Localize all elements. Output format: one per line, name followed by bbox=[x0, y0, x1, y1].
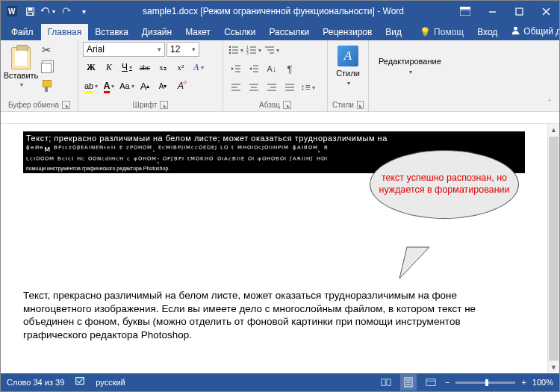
sort-button[interactable]: A↓ bbox=[264, 60, 280, 77]
window-controls bbox=[452, 1, 559, 22]
tab-mailings[interactable]: Рассылки bbox=[262, 24, 316, 40]
cut-button[interactable]: ✂ bbox=[38, 42, 55, 58]
svg-rect-6 bbox=[460, 10, 470, 16]
clipboard-dialog-launcher[interactable] bbox=[62, 101, 70, 109]
zoom-out-button[interactable]: − bbox=[445, 378, 449, 387]
styles-button[interactable]: A Стили ▾ bbox=[332, 42, 364, 90]
styles-group-label: Стили bbox=[332, 101, 354, 109]
read-mode-button[interactable] bbox=[378, 374, 394, 391]
align-center-button[interactable] bbox=[246, 79, 262, 96]
tab-design[interactable]: Дизайн bbox=[135, 24, 178, 40]
shrink-font-button[interactable]: A▾ bbox=[155, 78, 171, 94]
tab-insert[interactable]: Вставка bbox=[88, 24, 135, 40]
svg-point-11 bbox=[514, 27, 517, 31]
save-button[interactable] bbox=[22, 3, 38, 19]
paragraph-group-label: Абзац bbox=[259, 101, 280, 109]
zoom-level[interactable]: 100% bbox=[532, 378, 553, 387]
copy-button[interactable] bbox=[38, 60, 55, 76]
svg-text:W: W bbox=[8, 7, 16, 16]
clipboard-group-label: Буфер обмена bbox=[8, 101, 59, 109]
zoom-slider[interactable] bbox=[455, 382, 515, 384]
svg-rect-4 bbox=[28, 12, 33, 15]
ribbon-options-button[interactable] bbox=[452, 1, 479, 22]
callout-text: текст успешно распознан, но нуждается в … bbox=[376, 172, 512, 196]
corrupt-line-1: Текст; прекрасно различимыи на белом лис… bbox=[26, 133, 522, 143]
person-icon bbox=[511, 25, 520, 37]
close-button[interactable] bbox=[532, 1, 559, 22]
align-right-button[interactable] bbox=[264, 79, 280, 96]
ribbon: Вставить ▾ ✂ Буфер обмена Arial▾ 12▾ bbox=[1, 40, 559, 112]
font-size-combo[interactable]: 12▾ bbox=[167, 42, 199, 57]
tab-file[interactable]: Файл bbox=[4, 24, 41, 40]
format-painter-button[interactable] bbox=[38, 78, 55, 94]
document-canvas[interactable]: Текст; прекрасно различимыи на белом лис… bbox=[1, 124, 547, 373]
language-indicator[interactable]: русский bbox=[96, 378, 125, 387]
multilevel-button[interactable]: ▾ bbox=[264, 42, 280, 58]
word-count[interactable]: Слово 34 из 39 bbox=[7, 378, 64, 387]
font-name-combo[interactable]: Arial▾ bbox=[83, 42, 165, 57]
subscript-button[interactable]: x₂ bbox=[155, 59, 171, 75]
highlight-button[interactable]: ab▾ bbox=[83, 78, 99, 94]
scroll-up-arrow[interactable]: ▲ bbox=[548, 124, 559, 136]
brush-icon bbox=[40, 80, 52, 92]
line-spacing-button[interactable]: ↕≡▾ bbox=[299, 79, 316, 96]
decrease-indent-button[interactable] bbox=[228, 60, 244, 77]
numbering-button[interactable]: 123▾ bbox=[246, 42, 262, 58]
tab-layout[interactable]: Макет bbox=[178, 24, 217, 40]
font-dialog-launcher[interactable] bbox=[160, 101, 168, 109]
italic-button[interactable]: К bbox=[101, 59, 117, 75]
bullets-button[interactable]: ▾ bbox=[228, 42, 244, 58]
bulb-icon: 💡 bbox=[420, 27, 431, 37]
qat-customize[interactable]: ▾ bbox=[75, 3, 92, 19]
scroll-thumb[interactable] bbox=[549, 137, 559, 361]
vertical-scrollbar[interactable]: ▲ ▼ bbox=[547, 124, 559, 373]
align-left-button[interactable] bbox=[228, 79, 244, 96]
text-effects-button[interactable]: A▾ bbox=[190, 59, 207, 75]
change-case-button[interactable]: Aa▾ bbox=[119, 78, 135, 94]
font-color-button[interactable]: A▾ bbox=[101, 78, 117, 94]
paragraph-dialog-launcher[interactable] bbox=[283, 101, 291, 109]
underline-button[interactable]: Ч▾ bbox=[119, 59, 135, 75]
scroll-down-arrow[interactable]: ▼ bbox=[548, 361, 559, 373]
spellcheck-icon[interactable] bbox=[75, 376, 85, 388]
page: Текст; прекрасно различимыи на белом лис… bbox=[1, 124, 547, 349]
tab-review[interactable]: Рецензиров bbox=[316, 24, 379, 40]
editing-button[interactable]: Редактирование ▾ bbox=[373, 42, 447, 90]
strike-button[interactable]: abc bbox=[137, 59, 153, 75]
grow-font-button[interactable]: A▴ bbox=[137, 78, 153, 94]
horizontal-ruler[interactable] bbox=[1, 112, 559, 124]
signin-button[interactable]: Вход bbox=[470, 24, 504, 40]
tab-home[interactable]: Главная bbox=[41, 24, 89, 40]
tab-references[interactable]: Ссылки bbox=[217, 24, 262, 40]
body-paragraph[interactable]: Текст, прекрасно различимый на белом лис… bbox=[23, 289, 525, 341]
svg-rect-3 bbox=[28, 7, 32, 10]
web-layout-button[interactable] bbox=[423, 374, 439, 391]
spacing-icon: ↕≡ bbox=[300, 82, 310, 93]
print-layout-button[interactable] bbox=[400, 374, 417, 391]
word-window: W ▾ ▾ sample1.docx [Режим ограниченной ф… bbox=[0, 0, 560, 392]
editing-label: Редактирование bbox=[379, 57, 441, 66]
font-group-label: Шрифт bbox=[133, 101, 158, 109]
pilcrow-icon: ¶ bbox=[287, 63, 293, 75]
paste-button[interactable]: Вставить ▾ bbox=[5, 42, 37, 93]
justify-button[interactable] bbox=[281, 79, 298, 96]
tell-me[interactable]: 💡Помощ bbox=[413, 24, 470, 40]
superscript-button[interactable]: x² bbox=[172, 59, 189, 75]
styles-icon: A bbox=[337, 46, 358, 66]
bold-button[interactable]: Ж bbox=[83, 59, 99, 75]
callout-shape[interactable]: текст успешно распознан, но нуждается в … bbox=[370, 150, 519, 219]
tab-view[interactable]: Вид bbox=[379, 24, 408, 40]
redo-button[interactable] bbox=[57, 3, 74, 19]
clear-formatting-button[interactable]: A✧ bbox=[172, 78, 189, 94]
collapse-ribbon-button[interactable]: ˆ bbox=[543, 98, 556, 108]
increase-indent-button[interactable] bbox=[246, 60, 262, 77]
show-marks-button[interactable]: ¶ bbox=[281, 60, 298, 77]
minimize-button[interactable] bbox=[479, 1, 505, 22]
maximize-button[interactable] bbox=[505, 1, 532, 22]
zoom-in-button[interactable]: + bbox=[521, 378, 526, 387]
share-button[interactable]: Общий доступ bbox=[504, 22, 560, 40]
group-paragraph: ▾ 123▾ ▾ A↓ ¶ ↕≡▾ bbox=[223, 40, 328, 111]
undo-button[interactable]: ▾ bbox=[40, 3, 56, 19]
tell-me-label: Помощ bbox=[434, 27, 464, 37]
styles-dialog-launcher[interactable] bbox=[357, 101, 364, 109]
